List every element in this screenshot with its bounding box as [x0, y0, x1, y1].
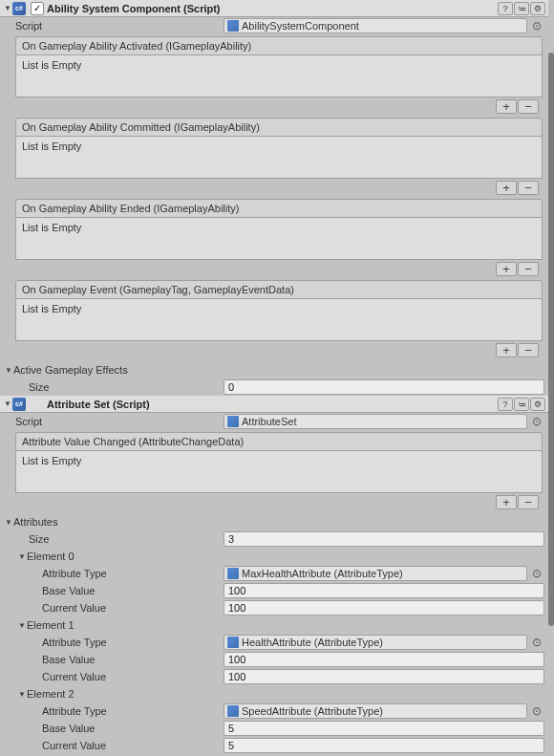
current-value-input[interactable]: 5 [224, 738, 544, 753]
component-title: Ability System Component (Script) [47, 3, 497, 14]
script-label: Script [15, 416, 224, 427]
add-listener-button[interactable]: + [496, 343, 517, 357]
event-list-body: List is Empty [15, 137, 543, 179]
attribute-type-value: MaxHealthAttribute (AttributeType) [242, 568, 523, 579]
event-on-ability-committed: On Gameplay Ability Committed (IGameplay… [15, 118, 543, 196]
attribute-type-value: SpeedAttribute (AttributeType) [242, 705, 523, 717]
event-header: On Gameplay Ability Committed (IGameplay… [15, 118, 543, 137]
remove-listener-button[interactable]: − [518, 343, 539, 357]
element-2-row[interactable]: Element 2 [0, 685, 548, 702]
event-header: On Gameplay Event (GameplayTag, Gameplay… [15, 280, 543, 299]
element-label: Element 0 [27, 551, 75, 562]
foldout-icon[interactable] [4, 517, 13, 527]
attribute-type-value: HealthAttribute (AttributeType) [242, 637, 523, 648]
event-on-ability-ended: On Gameplay Ability Ended (IGameplayAbil… [15, 199, 543, 277]
base-value-input[interactable]: 100 [224, 652, 544, 667]
component-title: Attribute Set (Script) [47, 399, 497, 410]
event-list-body: List is Empty [15, 55, 543, 97]
help-button[interactable]: ? [498, 2, 513, 15]
size-label: Size [15, 533, 224, 545]
base-value-input[interactable]: 5 [224, 721, 544, 736]
add-listener-button[interactable]: + [496, 262, 517, 276]
object-picker-icon[interactable]: ⊙ [529, 566, 544, 581]
attribute-type-field[interactable]: SpeedAttribute (AttributeType) [224, 703, 527, 719]
component-header-attribute-set[interactable]: Attribute Set (Script) ? ≔ ⚙ [0, 396, 548, 413]
base-value-row: Base Value 5 [0, 720, 548, 737]
scrollbar-thumb[interactable] [548, 53, 554, 626]
element-label: Element 2 [27, 688, 75, 700]
foldout-icon[interactable] [17, 689, 27, 699]
script-field-row: Script AbilitySystemComponent ⊙ [0, 17, 548, 34]
script-asset-icon [227, 20, 239, 32]
base-value-label: Base Value [15, 654, 224, 665]
attribute-type-field[interactable]: MaxHealthAttribute (AttributeType) [224, 566, 527, 581]
base-value-row: Base Value 100 [0, 582, 548, 599]
current-value-row: Current Value 100 [0, 668, 548, 685]
base-value-label: Base Value [15, 585, 224, 596]
script-object-field[interactable]: AbilitySystemComponent [224, 18, 527, 33]
base-value-input[interactable]: 100 [224, 583, 544, 598]
script-value: AttributeSet [242, 416, 523, 427]
foldout-icon[interactable] [17, 620, 27, 630]
component-header-ability-system[interactable]: ✓ Ability System Component (Script) ? ≔ … [0, 0, 548, 17]
object-picker-icon[interactable]: ⊙ [529, 414, 544, 429]
help-button[interactable]: ? [498, 398, 513, 411]
add-listener-button[interactable]: + [496, 99, 517, 114]
base-value-row: Base Value 100 [0, 651, 548, 668]
asset-icon [227, 705, 239, 717]
remove-listener-button[interactable]: − [518, 181, 539, 195]
element-1-row[interactable]: Element 1 [0, 616, 548, 634]
context-menu-button[interactable]: ⚙ [530, 2, 545, 15]
object-picker-icon[interactable]: ⊙ [529, 635, 544, 650]
event-header: On Gameplay Ability Activated (IGameplay… [15, 36, 543, 55]
foldout-icon[interactable] [3, 400, 12, 409]
asset-icon [227, 637, 239, 648]
attribute-type-label: Attribute Type [15, 637, 224, 648]
attributes-section-row[interactable]: Attributes [0, 513, 548, 530]
asset-icon [227, 568, 239, 579]
script-icon [12, 398, 26, 411]
remove-listener-button[interactable]: − [518, 262, 539, 276]
attribute-type-field[interactable]: HealthAttribute (AttributeType) [224, 635, 527, 650]
remove-listener-button[interactable]: − [518, 495, 539, 509]
script-field-row: Script AttributeSet ⊙ [0, 413, 548, 430]
current-value-label: Current Value [15, 602, 224, 614]
attribute-type-row: Attribute Type HealthAttribute (Attribut… [0, 634, 548, 651]
foldout-icon[interactable] [17, 551, 27, 561]
foldout-icon[interactable] [3, 4, 12, 13]
current-value-row: Current Value 5 [0, 737, 548, 754]
event-list-body: List is Empty [15, 218, 543, 260]
script-icon [12, 2, 26, 15]
size-input[interactable]: 0 [224, 379, 544, 395]
current-value-row: Current Value 100 [0, 599, 548, 616]
add-listener-button[interactable]: + [496, 181, 517, 195]
current-value-input[interactable]: 100 [224, 600, 544, 616]
script-object-field[interactable]: AttributeSet [224, 414, 527, 429]
attribute-type-label: Attribute Type [15, 568, 224, 579]
remove-listener-button[interactable]: − [518, 99, 539, 114]
current-value-label: Current Value [15, 671, 224, 682]
add-listener-button[interactable]: + [496, 495, 517, 509]
object-picker-icon[interactable]: ⊙ [529, 703, 544, 719]
event-attribute-value-changed: Attribute Value Changed (AttributeChange… [15, 432, 543, 510]
active-gameplay-effects-row[interactable]: Active Gameplay Effects [0, 361, 548, 378]
event-list-body: List is Empty [15, 299, 543, 341]
foldout-icon[interactable] [4, 365, 13, 375]
active-effects-label: Active Gameplay Effects [13, 364, 128, 376]
event-list-body: List is Empty [15, 451, 543, 493]
context-menu-button[interactable]: ⚙ [530, 398, 545, 411]
preset-button[interactable]: ≔ [514, 2, 529, 15]
size-input[interactable]: 3 [224, 531, 544, 547]
element-0-row[interactable]: Element 0 [0, 548, 548, 565]
element-label: Element 1 [27, 619, 75, 631]
attributes-size-row: Size 3 [0, 530, 548, 548]
attributes-label: Attributes [13, 516, 57, 528]
attribute-type-row: Attribute Type SpeedAttribute (Attribute… [0, 702, 548, 720]
object-picker-icon[interactable]: ⊙ [529, 18, 544, 33]
preset-button[interactable]: ≔ [514, 398, 529, 411]
vertical-scrollbar[interactable] [548, 0, 554, 756]
event-on-gameplay-event: On Gameplay Event (GameplayTag, Gameplay… [15, 280, 543, 358]
current-value-input[interactable]: 100 [224, 669, 544, 684]
active-effects-size-row: Size 0 [0, 378, 548, 396]
enable-checkbox[interactable]: ✓ [31, 2, 44, 15]
